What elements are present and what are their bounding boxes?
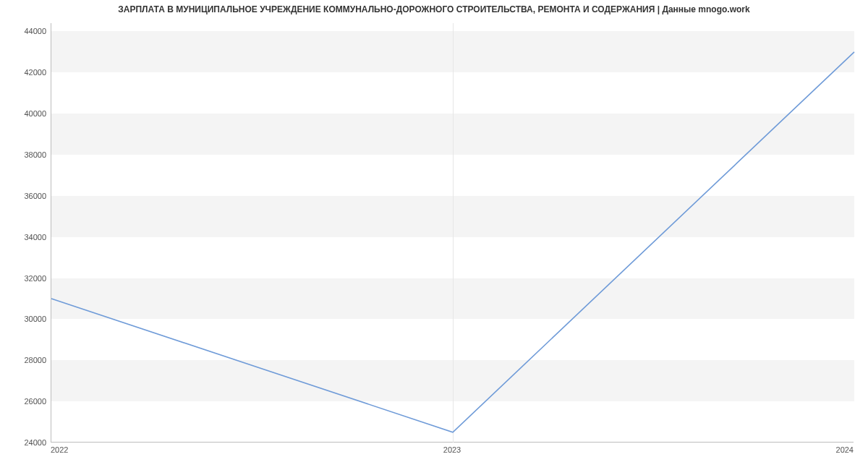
y-tick-label: 44000 [4, 27, 46, 35]
line-chart: ЗАРПЛАТА В МУНИЦИПАЛЬНОЕ УЧРЕЖДЕНИЕ КОММ… [0, 0, 868, 470]
y-tick-label: 26000 [4, 397, 46, 406]
x-tick-label: 2023 [443, 445, 461, 454]
x-tick-label: 2024 [836, 445, 854, 454]
y-tick-label: 32000 [4, 274, 46, 283]
series-line [51, 52, 854, 432]
y-tick-label: 34000 [4, 233, 46, 242]
y-tick-label: 36000 [4, 192, 46, 200]
y-tick-label: 38000 [4, 150, 46, 159]
chart-title: ЗАРПЛАТА В МУНИЦИПАЛЬНОЕ УЧРЕЖДЕНИЕ КОММ… [0, 4, 868, 14]
x-tick-label: 2022 [51, 445, 68, 454]
plot-area [51, 23, 854, 443]
y-tick-label: 40000 [4, 109, 46, 118]
line-layer [51, 23, 854, 443]
y-tick-label: 30000 [4, 315, 46, 323]
y-tick-label: 24000 [4, 438, 46, 447]
y-tick-label: 28000 [4, 356, 46, 364]
y-tick-label: 42000 [4, 68, 46, 77]
